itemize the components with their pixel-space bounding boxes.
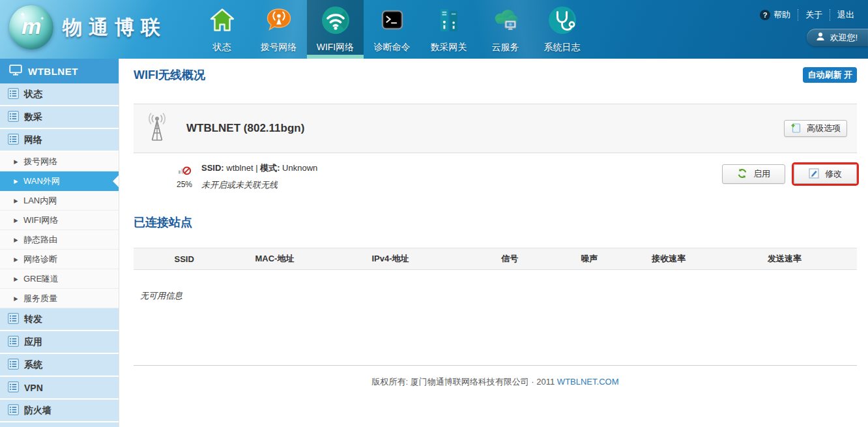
list-icon <box>8 111 19 124</box>
tab-data-gateway[interactable]: 数采网关 <box>420 0 477 59</box>
sidebar-device-header: WTBLNET <box>0 59 119 83</box>
sidebar-subitem-gre-tunnel[interactable]: ▶ GRE隧道 <box>0 269 119 289</box>
sidebar-item-forwarding[interactable]: 转发 <box>0 308 119 331</box>
cloud-icon <box>492 5 519 36</box>
ssid-value: wtblnet <box>226 163 253 173</box>
sidebar-item-label: 网络 <box>24 134 42 146</box>
tab-diagnostic-commands[interactable]: 诊断命令 <box>364 0 420 59</box>
column-header-ssid: SSID <box>134 248 235 270</box>
brand-name: 物通博联 <box>63 14 167 41</box>
enable-button[interactable]: 启用 <box>722 164 785 184</box>
copyright-text: 版权所有: 厦门物通博联网络科技有限公司 · 2011 <box>372 377 555 387</box>
connected-stations-title: 已连接站点 <box>134 214 857 230</box>
signal-strength: 25% <box>171 162 197 189</box>
column-header-ipv4: IPv4-地址 <box>314 248 466 270</box>
home-icon <box>209 5 235 36</box>
sidebar-subitem-dialup[interactable]: ▶ 拨号网络 <box>0 152 119 171</box>
signal-off-icon <box>178 162 192 178</box>
sidebar-item-firewall[interactable]: 防火墙 <box>0 400 119 422</box>
tab-system-log[interactable]: 系统日志 <box>534 0 590 59</box>
tab-status[interactable]: 状态 <box>194 0 250 59</box>
tab-label: 拨号网络 <box>261 42 297 53</box>
footer-link[interactable]: WTBLNET.COM <box>557 377 619 387</box>
page-title: WIFI无线概况 <box>134 67 205 83</box>
button-label: 高级选项 <box>807 123 841 134</box>
submenu-arrow-icon: ▶ <box>14 276 18 282</box>
stethoscope-icon <box>548 5 577 36</box>
tab-cloud-service[interactable]: 云服务 <box>477 0 534 59</box>
sidebar-item-label: 转发 <box>24 314 42 325</box>
footer: 版权所有: 厦门物通博联网络科技有限公司 · 2011 WTBLNET.COM <box>134 365 857 388</box>
submenu-arrow-icon: ▶ <box>14 217 18 224</box>
edit-icon <box>809 168 819 181</box>
button-label: 启用 <box>753 168 770 180</box>
antenna-icon <box>145 112 169 145</box>
sidebar-subitem-wan[interactable]: ▶ WAN外网 <box>0 171 119 191</box>
header-links: ? 帮助 关于 退出 <box>753 9 861 21</box>
sidebar-item-label: 网络诊断 <box>23 254 57 265</box>
auto-refresh-toggle[interactable]: 自动刷新 开 <box>803 67 857 83</box>
list-icon <box>8 134 19 147</box>
tab-wifi-network[interactable]: WIFI网络 <box>307 0 364 59</box>
main-nav: 状态 拨号网络 <box>194 0 590 59</box>
sidebar-item-applications[interactable]: 应用 <box>0 331 119 354</box>
about-link[interactable]: 关于 <box>798 9 830 21</box>
tab-label: 系统日志 <box>544 42 581 53</box>
about-label: 关于 <box>805 9 822 21</box>
list-icon <box>8 313 19 326</box>
submenu-arrow-icon: ▶ <box>14 295 18 302</box>
tab-label: WIFI网络 <box>317 42 354 53</box>
ssid-label: SSID: <box>201 163 224 173</box>
monitor-icon <box>9 65 22 78</box>
sidebar-item-system[interactable]: 系统 <box>0 354 119 377</box>
sidebar-item-data-collection[interactable]: 数采 <box>0 106 119 129</box>
list-icon <box>8 336 19 349</box>
logo-globe-icon: ✦ ✦ m <box>9 5 53 50</box>
help-icon: ? <box>760 10 770 20</box>
sidebar-item-label: GRE隧道 <box>23 273 59 285</box>
sidebar-item-status[interactable]: 状态 <box>0 83 119 106</box>
logout-label: 退出 <box>837 9 854 21</box>
tab-dialup-network[interactable]: 拨号网络 <box>250 0 307 59</box>
help-link[interactable]: ? 帮助 <box>753 9 798 21</box>
sidebar-item-label: 服务质量 <box>23 293 57 304</box>
sidebar-subitem-qos[interactable]: ▶ 服务质量 <box>0 289 119 308</box>
sidebar-item-label: 应用 <box>24 336 42 348</box>
sidebar-item-label: 静态路由 <box>23 234 57 246</box>
gateway-icon <box>437 5 461 36</box>
welcome-pill[interactable]: 欢迎您! <box>807 29 868 46</box>
sidebar-subitem-lan[interactable]: ▶ LAN内网 <box>0 191 119 211</box>
sidebar-item-label: 状态 <box>24 89 42 100</box>
list-icon <box>8 88 19 101</box>
sidebar-subitem-wifi[interactable]: ▶ WIFI网络 <box>0 211 119 230</box>
sidebar-subitem-diagnostics[interactable]: ▶ 网络诊断 <box>0 250 119 269</box>
sidebar-item-label: 拨号网络 <box>23 156 57 168</box>
help-label: 帮助 <box>774 9 790 21</box>
submenu-arrow-icon: ▶ <box>14 158 18 165</box>
mode-label: 模式: <box>260 163 280 173</box>
device-name: WTBLNET <box>28 66 78 77</box>
sidebar-item-network[interactable]: 网络 <box>0 129 119 152</box>
submenu-arrow-icon: ▶ <box>14 256 18 263</box>
welcome-label: 欢迎您! <box>830 32 858 44</box>
sidebar-item-label: WIFI网络 <box>23 214 58 226</box>
modify-button[interactable]: 修改 <box>794 164 857 184</box>
terminal-icon <box>380 5 405 36</box>
column-header-noise: 噪声 <box>553 248 626 270</box>
sidebar-item-label: 系统 <box>24 359 42 371</box>
list-icon <box>8 381 19 394</box>
advanced-options-button[interactable]: 高级选项 <box>784 120 847 137</box>
list-icon <box>8 359 19 372</box>
sidebar-item-vpn[interactable]: VPN <box>0 377 119 400</box>
list-icon <box>8 404 19 417</box>
logout-link[interactable]: 退出 <box>830 9 861 21</box>
sidebar-subitem-static-route[interactable]: ▶ 静态路由 <box>0 230 119 250</box>
signal-percent: 25% <box>177 180 192 189</box>
highlight-box: 修改 <box>794 164 857 184</box>
top-header: ✦ ✦ m 物通博联 状态 拨号网络 <box>0 0 868 59</box>
logo-monogram: m <box>22 15 41 37</box>
sidebar-item-label: 数采 <box>24 111 42 123</box>
button-label: 修改 <box>825 168 842 180</box>
user-icon <box>816 32 825 43</box>
sidebar-item-label: WAN外网 <box>23 175 60 187</box>
